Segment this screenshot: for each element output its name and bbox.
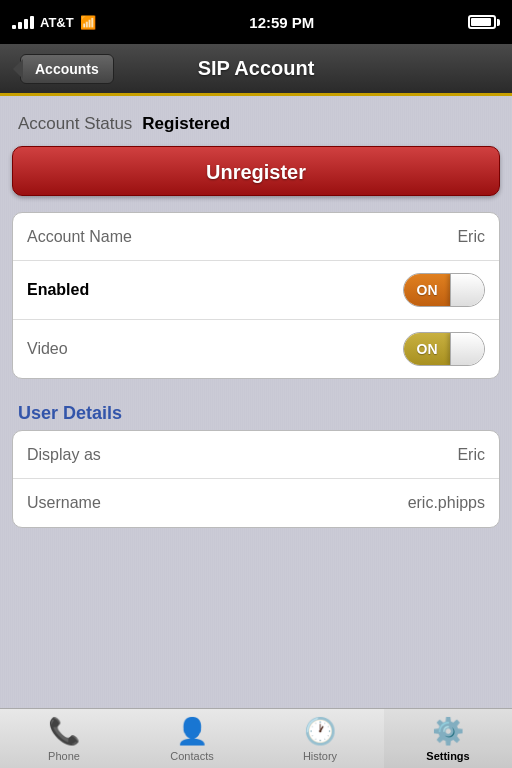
nav-title: SIP Account [198, 57, 315, 80]
tab-settings[interactable]: ⚙️ Settings [384, 709, 512, 768]
tab-phone-label: Phone [48, 750, 80, 762]
enabled-row: Enabled ON [13, 261, 499, 320]
tab-contacts[interactable]: 👤 Contacts [128, 709, 256, 768]
tab-history[interactable]: 🕐 History [256, 709, 384, 768]
settings-icon: ⚙️ [432, 716, 464, 747]
contacts-icon: 👤 [176, 716, 208, 747]
toggle-thumb [450, 274, 484, 306]
status-right [468, 15, 500, 29]
account-name-value: Eric [457, 228, 485, 246]
username-label: Username [27, 494, 101, 512]
video-toggle-thumb [450, 333, 484, 365]
battery-icon [468, 15, 500, 29]
display-as-label: Display as [27, 446, 101, 464]
main-content: Account Status Registered Unregister Acc… [0, 96, 512, 708]
nav-bar: Accounts SIP Account [0, 44, 512, 96]
user-details-group: Display as Eric Username eric.phipps [12, 430, 500, 528]
unregister-button[interactable]: Unregister [12, 146, 500, 196]
username-row: Username eric.phipps [13, 479, 499, 527]
status-left: AT&T 📶 [12, 15, 96, 30]
video-toggle-on-label: ON [404, 333, 450, 365]
enabled-toggle[interactable]: ON [403, 273, 485, 307]
signal-icon [12, 16, 34, 29]
account-status-row: Account Status Registered [12, 110, 500, 146]
carrier-label: AT&T [40, 15, 74, 30]
tab-phone[interactable]: 📞 Phone [0, 709, 128, 768]
enabled-label: Enabled [27, 281, 89, 299]
tab-contacts-label: Contacts [170, 750, 213, 762]
tab-bar: 📞 Phone 👤 Contacts 🕐 History ⚙️ Settings [0, 708, 512, 768]
time-label: 12:59 PM [249, 14, 314, 31]
account-status-value: Registered [142, 114, 230, 134]
tab-history-label: History [303, 750, 337, 762]
user-details-header: User Details [12, 395, 500, 430]
phone-icon: 📞 [48, 716, 80, 747]
video-toggle[interactable]: ON [403, 332, 485, 366]
status-bar: AT&T 📶 12:59 PM [0, 0, 512, 44]
account-name-label: Account Name [27, 228, 132, 246]
settings-group-1: Account Name Eric Enabled ON Video ON [12, 212, 500, 379]
back-button[interactable]: Accounts [20, 54, 114, 84]
display-as-row: Display as Eric [13, 431, 499, 479]
video-row: Video ON [13, 320, 499, 378]
history-icon: 🕐 [304, 716, 336, 747]
account-name-row: Account Name Eric [13, 213, 499, 261]
display-as-value: Eric [457, 446, 485, 464]
account-status-label: Account Status [18, 114, 132, 134]
username-value: eric.phipps [408, 494, 485, 512]
toggle-on-label: ON [404, 274, 450, 306]
wifi-icon: 📶 [80, 15, 96, 30]
video-label: Video [27, 340, 68, 358]
tab-settings-label: Settings [426, 750, 469, 762]
